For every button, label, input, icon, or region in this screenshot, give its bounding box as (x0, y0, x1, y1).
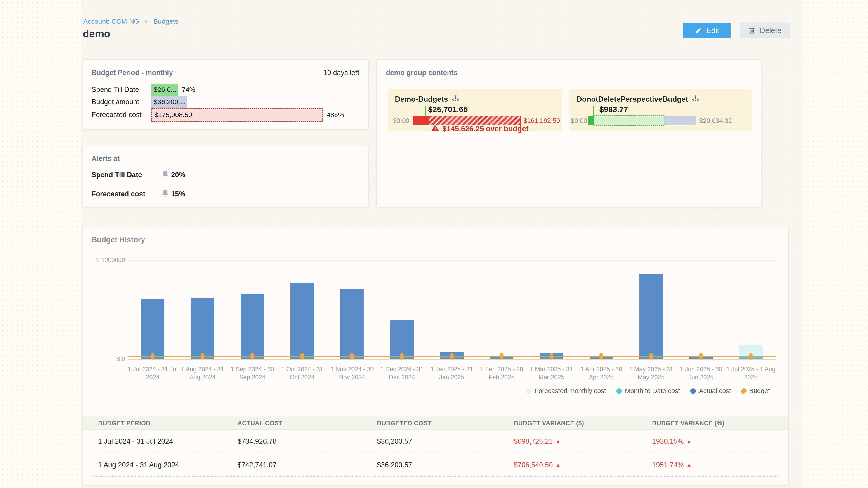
forecasted-cost-label: Forecasted cost (92, 109, 142, 121)
legend-item-actual-cost[interactable]: Actual cost (690, 387, 731, 395)
days-left-label: 10 days left (323, 69, 359, 77)
legend-label: Forecasted monthly cost (535, 387, 606, 395)
breadcrumb-account-link[interactable]: Account: CCM-NG (83, 18, 139, 25)
legend-dot-icon (690, 388, 696, 394)
trash-icon (748, 27, 756, 34)
overbudget-alert-text: $145,626.25 over budget (442, 125, 529, 133)
budget-diamond-icon (740, 388, 747, 394)
budget-history-card: Budget History $ 1200000$ 01 Jul 2024 - … (82, 226, 789, 486)
gridline (128, 310, 776, 310)
org-hierarchy-icon (692, 94, 700, 104)
budget-marker[interactable] (400, 353, 404, 360)
x-axis-label: 1 Mar 2025 - 31 Mar 2025 (526, 365, 577, 381)
x-axis-label: 1 Jan 2025 - 31 Jan 2025 (427, 365, 477, 381)
bar-min-label: $0.00 (392, 116, 409, 125)
bell-icon (161, 170, 169, 179)
x-axis-label: 1 Feb 2025 - 28 Feb 2025 (476, 365, 527, 381)
chart-legend: Forecasted monthly costMonth to Date cos… (526, 387, 770, 395)
y-axis-tick-label: $ 0 (84, 356, 125, 363)
cell-variance-pct: 1951.74%▲ (652, 453, 691, 477)
legend-dot-icon (526, 388, 531, 394)
alert-spend-label: Spend Till Date (92, 171, 142, 179)
budget-marker[interactable] (649, 353, 653, 360)
budgets-page: Account: CCM-NG > Budgets demo Edit Dele… (0, 0, 868, 488)
x-axis-label: 1 Nov 2024 - 30 Nov 2024 (327, 365, 377, 381)
forecast-segment (594, 116, 664, 126)
actual-cost-bar[interactable] (141, 299, 164, 359)
legend-item-budget[interactable]: Budget (741, 387, 770, 395)
budget-marker[interactable] (500, 353, 504, 360)
warning-icon (431, 124, 439, 134)
x-axis-label: 1 Apr 2025 - 30 Apr 2025 (576, 365, 626, 381)
budget-marker[interactable] (300, 353, 304, 360)
x-axis-label: 1 May 2025 - 31 May 2025 (626, 365, 676, 381)
legend-label: Month to Date cost (625, 387, 680, 395)
legend-item-forecasted-monthly-cost[interactable]: Forecasted monthly cost (526, 387, 606, 395)
budget-amount-label: Budget amount (92, 96, 139, 108)
x-axis-label: 1 Jun 2025 - 30 Jun 2025 (676, 365, 726, 381)
budget-marker[interactable] (550, 353, 554, 360)
legend-label: Actual cost (699, 387, 731, 395)
pencil-icon (694, 27, 702, 34)
edit-button[interactable]: Edit (683, 23, 731, 38)
forecasted-cost-bar: $175,908.50 (151, 108, 322, 122)
delete-button[interactable]: Delete (740, 23, 790, 38)
budget-marker[interactable] (599, 353, 603, 360)
alerts-card-title: Alerts at (92, 155, 120, 163)
x-axis-label: 1 Dec 2024 - 31 Dec 2024 (377, 365, 427, 381)
edit-button-label: Edit (706, 26, 719, 35)
spend-till-date-bar: $26,6... (151, 84, 178, 96)
actual-cost-bar[interactable] (290, 283, 314, 359)
org-hierarchy-icon (452, 94, 459, 104)
budget-marker[interactable] (450, 353, 454, 360)
bar-max-label: $20,634.32 (699, 116, 732, 125)
budget-name: DonotDeletePerspectiveBudget (577, 95, 688, 103)
group-contents-card: demo group contents Demo-Budgets $25,701… (376, 59, 762, 208)
legend-dot-icon (616, 388, 622, 394)
x-axis-label: 1 Jul 2025 - 1 Aug 2025 (726, 365, 776, 381)
table-header-row: BUDGET PERIOD ACTUAL COST BUDGETED COST … (83, 416, 789, 430)
budget-card-donotdelete[interactable]: DonotDeletePerspectiveBudget $983.77 $0.… (569, 89, 752, 131)
alerts-card: Alerts at Spend Till Date 20% Forecasted… (82, 145, 369, 208)
bar-min-label: $0.00 (571, 116, 586, 125)
actual-cost-bar[interactable] (640, 274, 663, 359)
cell-actual-cost: $742,741.07 (238, 453, 276, 477)
table-row: 1 Aug 2024 - 31 Aug 2024$742,741.07$36,2… (92, 453, 780, 477)
cell-budgeted-cost: $36,200.57 (377, 453, 412, 477)
remaining-segment (664, 116, 695, 125)
breadcrumb-budgets-link[interactable]: Budgets (153, 18, 178, 25)
page-title: demo (83, 28, 111, 40)
bar-max-label: $161,192.50 (524, 116, 560, 125)
chevron-right-icon: > (145, 18, 149, 25)
budget-marker[interactable] (749, 353, 753, 360)
actual-cost-bar[interactable] (241, 294, 264, 359)
group-contents-title: demo group contents (386, 69, 458, 77)
alert-spend-value: 20% (171, 171, 185, 179)
x-axis-label: 1 Oct 2024 - 31 Oct 2024 (277, 365, 327, 381)
spent-segment (588, 116, 594, 125)
legend-label: Budget (749, 387, 770, 395)
column-header-actual-cost: ACTUAL COST (238, 416, 283, 430)
actual-cost-bar[interactable] (340, 289, 364, 359)
y-axis-tick-label: $ 1200000 (84, 257, 125, 264)
cell-budgeted-cost: $36,200.57 (377, 430, 412, 453)
budget-marker[interactable] (699, 353, 703, 360)
budget-card-demo-budgets[interactable]: Demo-Budgets $25,701.65 $0.00 $161,192.5… (388, 89, 562, 131)
current-spend-amount: $983.77 (599, 105, 628, 114)
variance-up-icon: ▲ (555, 438, 561, 444)
budget-marker[interactable] (200, 353, 205, 360)
column-header-variance-usd: BUDGET VARIANCE ($) (514, 416, 584, 430)
column-header-budgeted-cost: BUDGETED COST (377, 416, 432, 430)
budget-usage-bar (588, 116, 695, 125)
alert-forecast-label: Forecasted cost (92, 190, 145, 198)
actual-cost-bar[interactable] (191, 298, 214, 359)
current-spend-amount: $25,701.65 (428, 105, 468, 114)
delete-button-label: Delete (760, 26, 781, 35)
budget-period-card-title: Budget Period - monthly (92, 69, 173, 77)
legend-item-month-to-date-cost[interactable]: Month to Date cost (616, 387, 680, 395)
breadcrumb: Account: CCM-NG > Budgets (83, 18, 178, 25)
cell-variance-usd: $706,540.50▲ (514, 453, 561, 477)
budget-history-chart: $ 1200000$ 01 Jul 2024 - 31 Jul 20241 Au… (83, 226, 789, 414)
variance-up-icon: ▲ (686, 462, 692, 468)
column-header-budget-period: BUDGET PERIOD (98, 416, 151, 430)
